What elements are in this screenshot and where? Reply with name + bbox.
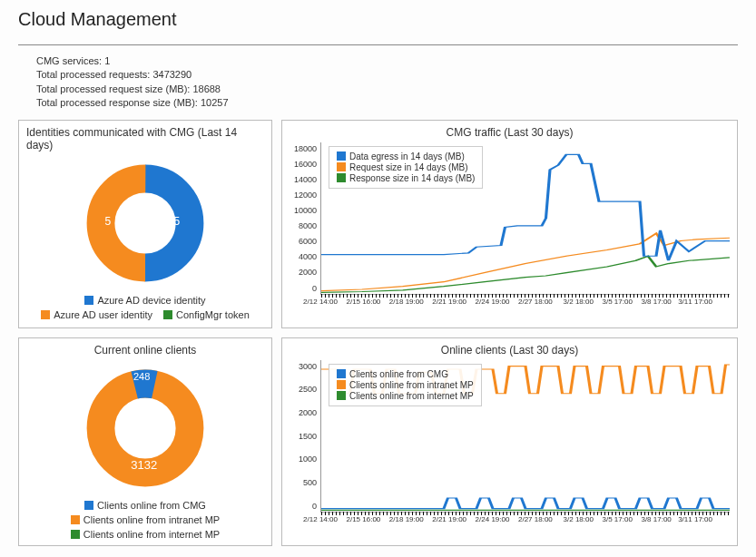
axis-tick: 8000 — [299, 221, 317, 230]
axis-tick: 2/12 14:00 — [303, 515, 338, 523]
y-axis: 1800016000140001200010000800060004000200… — [290, 142, 320, 306]
divider — [18, 44, 738, 45]
dashboard-grid: Identities communicated with CMG (Last 1… — [18, 120, 738, 546]
plot-area: Data egress in 14 days (MB) Request size… — [320, 142, 730, 295]
swatch-icon — [337, 151, 346, 161]
axis-tick: 18000 — [294, 144, 317, 153]
legend-item: Clients online from internet MP — [71, 529, 220, 540]
swatch-icon — [71, 515, 80, 524]
x-axis: 2/12 14:002/15 16:002/18 19:002/21 19:00… — [320, 298, 730, 306]
axis-tick: 2/15 16:00 — [346, 298, 380, 306]
stat-response-size: Total processed response size (MB): 1025… — [36, 96, 729, 110]
swatch-icon — [337, 173, 346, 182]
panel-online-clients: Online clients (Last 30 days) 3000250020… — [281, 337, 738, 546]
swatch-icon — [84, 296, 93, 305]
axis-tick: 6000 — [299, 237, 317, 246]
summary-stats: CMG services: 1 Total processed requests… — [18, 51, 738, 120]
axis-tick: 2000 — [299, 268, 317, 277]
axis-tick: 2/12 14:00 — [303, 298, 338, 306]
legend-identities: Azure AD device identity Azure AD user i… — [26, 295, 264, 320]
legend-item: Clients online from intranet MP — [71, 514, 220, 525]
legend-item: Azure AD user identity — [41, 309, 152, 320]
inner-legend: Clients online from CMG Clients online f… — [329, 364, 482, 406]
plot-area: Clients online from CMG Clients online f… — [320, 360, 730, 513]
stat-cmg-services: CMG services: 1 — [36, 54, 729, 68]
axis-tick: 10000 — [294, 206, 317, 215]
swatch-icon — [163, 310, 172, 319]
axis-tick: 1500 — [299, 432, 317, 441]
axis-tick: 2/21 19:00 — [432, 298, 466, 306]
y-axis: 300025002000150010005000 — [290, 360, 320, 523]
axis-tick: 2/21 19:00 — [432, 515, 466, 523]
axis-tick: 500 — [303, 478, 317, 487]
axis-tick: 12000 — [294, 191, 317, 200]
panel-title-online-clients: Online clients (Last 30 days) — [290, 344, 730, 357]
panel-title-current-online: Current online clients — [26, 344, 264, 357]
chart-cmg-traffic: 1800016000140001200010000800060004000200… — [290, 142, 730, 306]
axis-tick: 2/27 18:00 — [518, 515, 553, 523]
axis-tick: 3/2 18:00 — [564, 515, 594, 523]
axis-tick: 3000 — [299, 362, 317, 371]
axis-tick: 2/24 19:00 — [476, 298, 510, 306]
axis-tick: 1000 — [299, 454, 317, 464]
donut-chart-current-online — [82, 365, 209, 492]
axis-tick: 3/8 17:00 — [641, 515, 671, 523]
axis-tick: 3/11 17:00 — [678, 515, 712, 523]
axis-tick: 3/2 18:00 — [564, 298, 594, 306]
panel-current-online: Current online clients 248 3132 Clients … — [18, 337, 272, 546]
axis-tick: 2000 — [299, 408, 317, 417]
legend-item: Clients online from CMG — [84, 500, 206, 511]
axis-tick: 14000 — [294, 175, 317, 184]
axis-tick: 3/5 17:00 — [603, 298, 633, 306]
panel-cmg-traffic: CMG traffic (Last 30 days) 1800016000140… — [281, 120, 738, 328]
chart-online-clients: 300025002000150010005000 Clients online … — [290, 360, 730, 523]
swatch-icon — [71, 530, 80, 539]
page-title: Cloud Management — [18, 9, 738, 30]
swatch-icon — [337, 369, 346, 378]
axis-tick: 3/8 17:00 — [641, 298, 671, 306]
axis-tick: 0 — [312, 284, 317, 293]
swatch-icon — [337, 380, 346, 389]
axis-tick: 4000 — [299, 252, 317, 261]
axis-tick: 16000 — [294, 160, 317, 169]
axis-tick: 3/5 17:00 — [603, 515, 633, 523]
axis-tick: 2/18 19:00 — [389, 515, 424, 523]
axis-tick: 2500 — [299, 385, 317, 394]
donut-chart-identities — [82, 160, 209, 287]
panel-identities: Identities communicated with CMG (Last 1… — [18, 120, 272, 328]
legend-current-online: Clients online from CMG Clients online f… — [26, 500, 264, 540]
panel-title-cmg-traffic: CMG traffic (Last 30 days) — [290, 126, 730, 139]
swatch-icon — [41, 310, 50, 319]
stat-request-size: Total processed request size (MB): 18688 — [36, 83, 729, 96]
stat-total-requests: Total processed requests: 3473290 — [36, 68, 729, 82]
swatch-icon — [337, 162, 346, 171]
inner-legend: Data egress in 14 days (MB) Request size… — [329, 146, 483, 189]
axis-tick: 2/27 18:00 — [518, 298, 553, 306]
donut-identities: 5 5 — [26, 155, 264, 291]
swatch-icon — [337, 391, 346, 400]
swatch-icon — [84, 501, 93, 510]
x-axis: 2/12 14:002/15 16:002/18 19:002/21 19:00… — [320, 515, 730, 523]
axis-tick: 0 — [312, 502, 317, 511]
axis-tick: 2/15 16:00 — [346, 515, 380, 523]
axis-tick: 3/11 17:00 — [678, 298, 712, 306]
legend-item: ConfigMgr token — [163, 309, 250, 320]
axis-tick: 2/18 19:00 — [389, 298, 424, 306]
panel-title-identities: Identities communicated with CMG (Last 1… — [26, 126, 264, 151]
legend-item: Azure AD device identity — [84, 295, 205, 306]
donut-current-online: 248 3132 — [26, 360, 264, 496]
axis-tick: 2/24 19:00 — [476, 515, 510, 523]
